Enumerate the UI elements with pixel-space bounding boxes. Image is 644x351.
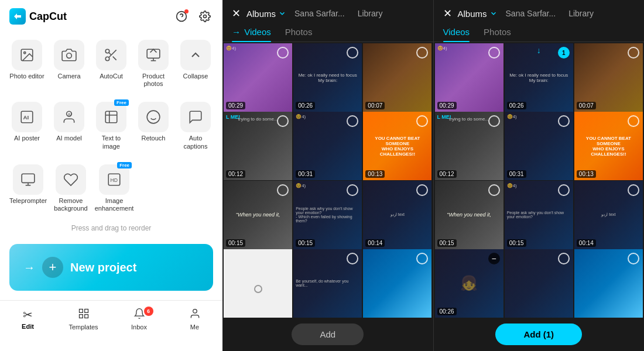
video-select[interactable] xyxy=(558,115,570,127)
video-duration: 00:26 xyxy=(296,102,315,109)
video-select[interactable] xyxy=(488,184,500,196)
video-thumb[interactable]: 00:29 😊4) xyxy=(224,43,292,112)
video-thumb-r8[interactable]: اردو text 00:14 xyxy=(574,181,643,249)
panel-left-header: ✕ Albums Sana Sarfar... Library xyxy=(222,0,433,20)
image-enhancement-icon-box: Free HD xyxy=(99,164,129,195)
video-thumb[interactable]: YOU CANNOT BEAT SOMEONEWHO ENJOYS CHALLE… xyxy=(363,112,431,180)
video-thumb-r5[interactable]: YOU CANNOT BEAT SOMEONEWHO ENJOYS CHALLE… xyxy=(574,112,643,180)
svg-rect-27 xyxy=(79,309,83,313)
video-select[interactable] xyxy=(347,184,358,196)
panel-left-library[interactable]: Library xyxy=(353,9,388,18)
video-select[interactable] xyxy=(628,184,639,196)
video-thumb[interactable]: اردو text 00:14 xyxy=(363,181,431,249)
video-select[interactable] xyxy=(558,253,570,264)
new-project-button[interactable]: → + New project xyxy=(9,244,213,291)
video-thumb[interactable]: trying to do some... 00:12 L ME! xyxy=(224,112,292,180)
video-thumb[interactable] xyxy=(224,249,292,318)
nav-edit[interactable]: ✂ Edit xyxy=(0,305,56,333)
tool-camera[interactable]: Camera xyxy=(49,35,89,92)
albums-chevron-right xyxy=(489,9,498,18)
nav-me[interactable]: Me xyxy=(167,305,222,333)
video-thumb-r2[interactable]: 00:07 xyxy=(574,43,643,112)
tool-product-photos[interactable]: Product photos xyxy=(133,35,173,92)
video-thumb-r7[interactable]: People ask why you don't show your emoti… xyxy=(505,181,573,249)
video-thumb[interactable]: Me: ok I really need to focusMy brain: 0… xyxy=(293,43,362,112)
panel-right-library[interactable]: Library xyxy=(564,9,598,18)
panel-left-tab-videos[interactable]: → Videos xyxy=(232,27,271,42)
down-arrow-indicator: ↓ xyxy=(537,46,541,55)
video-top-text: 😊4) xyxy=(226,46,236,51)
camera-icon-box xyxy=(54,40,84,70)
panel-right-albums[interactable]: Albums xyxy=(458,9,498,19)
panel-left-close[interactable]: ✕ xyxy=(232,7,241,20)
tool-grid-row1: Photo editor Camera AutoCut xyxy=(0,30,222,97)
video-thumb-r11[interactable] xyxy=(574,249,643,318)
tool-grid-row2: AI AI poster AI AI model Free xyxy=(0,97,222,159)
right-area: ✕ Albums Sana Sarfar... Library → Videos… xyxy=(222,0,644,351)
nav-templates[interactable]: Templates xyxy=(56,305,111,333)
video-thumb[interactable]: Be yourself, do whatever you want... xyxy=(293,249,362,318)
add-button-left[interactable]: Add xyxy=(292,324,364,345)
tool-collapse[interactable]: Collapse xyxy=(176,35,215,92)
video-thumb-r6[interactable]: "When you need it, 00:15 xyxy=(435,181,503,249)
tool-autocut[interactable]: AutoCut xyxy=(91,35,131,92)
video-thumb[interactable]: "When you need it, 00:15 xyxy=(224,181,292,249)
video-thumb-r3[interactable]: trying to do some... 00:12 L ME! xyxy=(435,112,503,180)
video-remove-button[interactable]: − xyxy=(488,253,500,264)
tool-photo-editor[interactable]: Photo editor xyxy=(7,35,47,92)
video-duration: 00:07 xyxy=(577,102,596,109)
tool-remove-bg[interactable]: Remove background xyxy=(52,160,90,217)
image-enhancement-free-badge: Free xyxy=(117,162,132,168)
panel-right-close[interactable]: ✕ xyxy=(443,7,452,20)
retouch-label: Retouch xyxy=(142,135,166,142)
video-thumb[interactable]: 00:31 😊4) xyxy=(293,112,362,180)
panel-right-tab-photos[interactable]: Photos xyxy=(484,27,511,42)
video-select[interactable] xyxy=(416,184,428,196)
video-select[interactable] xyxy=(628,47,639,58)
tool-ai-model[interactable]: AI AI model xyxy=(49,97,89,154)
tool-retouch[interactable]: Retouch xyxy=(133,97,173,154)
settings-button[interactable] xyxy=(197,8,213,25)
media-panel-right: ✕ Albums Sana Sarfar... Library Videos P… xyxy=(433,0,645,351)
video-thumb-r9[interactable]: 👧 − 00:26 xyxy=(435,249,503,318)
panel-left-user[interactable]: Sana Sarfar... xyxy=(290,9,350,18)
logo-icon xyxy=(9,8,26,25)
nav-inbox[interactable]: 6 Inbox xyxy=(111,305,167,333)
auto-captions-icon-box xyxy=(180,102,211,132)
svg-rect-30 xyxy=(79,315,83,318)
video-duration: 00:14 xyxy=(365,239,385,247)
video-select[interactable] xyxy=(488,115,500,127)
video-thumb-r0[interactable]: 00:29 😊4) xyxy=(435,43,503,112)
panel-right-tab-videos[interactable]: Videos xyxy=(443,27,470,42)
tool-ai-poster[interactable]: AI AI poster xyxy=(7,97,47,154)
tool-teleprompter[interactable]: Teleprompter xyxy=(7,160,49,217)
video-thumb[interactable]: People ask why you don't show your emoti… xyxy=(293,181,362,249)
panel-left-albums[interactable]: Albums xyxy=(246,9,286,19)
video-select[interactable] xyxy=(558,184,570,196)
svg-point-6 xyxy=(105,49,109,53)
remove-bg-label: Remove background xyxy=(54,197,88,212)
video-select[interactable] xyxy=(347,253,358,264)
video-duration: 00:07 xyxy=(365,102,385,109)
video-thumb-r4[interactable]: 00:31 😊4) xyxy=(505,112,573,180)
video-select[interactable] xyxy=(628,253,639,264)
add-button-right[interactable]: Add (1) xyxy=(495,324,582,345)
video-thumb[interactable] xyxy=(363,249,431,318)
svg-rect-22 xyxy=(22,174,35,183)
panel-right-user[interactable]: Sana Sarfar... xyxy=(501,9,561,18)
photo-editor-icon-box xyxy=(12,40,42,70)
tool-text-to-image[interactable]: Free Text to image xyxy=(91,97,131,154)
panel-left-tab-photos[interactable]: Photos xyxy=(285,27,313,42)
video-thumb-r10[interactable] xyxy=(505,249,573,318)
video-select[interactable] xyxy=(277,184,289,196)
tool-image-enhancement[interactable]: Free HD Image enhancement xyxy=(93,160,136,217)
help-button[interactable] xyxy=(173,8,190,25)
panel-left-tabs: → Videos Photos xyxy=(222,20,433,42)
photo-editor-label: Photo editor xyxy=(9,73,44,80)
arrow-icon-left: → xyxy=(232,27,241,37)
tool-grid-row3: Teleprompter Remove background Free HD I… xyxy=(0,160,222,222)
tool-auto-captions[interactable]: Auto captions xyxy=(176,97,215,154)
video-thumb-r1[interactable]: Me: ok I really need to focusMy brain: 1… xyxy=(505,43,573,112)
video-select[interactable] xyxy=(488,47,500,58)
video-thumb[interactable]: 00:07 xyxy=(363,43,431,112)
